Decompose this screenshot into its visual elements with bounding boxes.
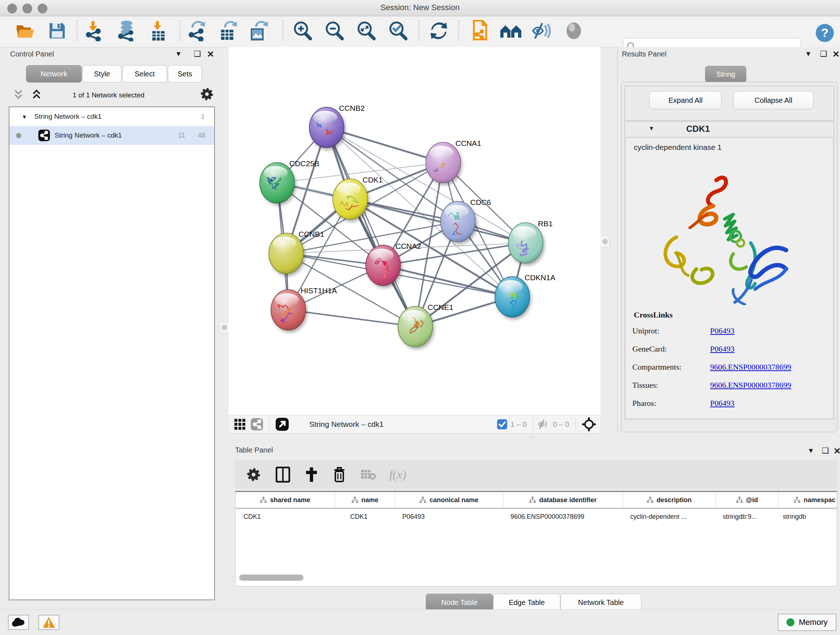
tab-node-table[interactable]: Node Table <box>426 594 493 611</box>
table-options-button[interactable] <box>244 467 264 483</box>
gear-icon <box>200 87 214 101</box>
column-header[interactable]: name <box>335 492 395 509</box>
help-icon: ? <box>815 23 835 43</box>
netbar-separator <box>576 418 576 431</box>
birds-eye-view-button[interactable] <box>275 417 289 431</box>
show-graphics-details-button[interactable] <box>562 19 585 42</box>
network-canvas[interactable]: CCNB2CCNA1CDC25BCDK1CDC6RB1CCNB1CCNA2CDK… <box>229 47 600 415</box>
column-header[interactable]: description <box>623 492 715 509</box>
eye-icon <box>564 21 584 41</box>
hide-graphics-details-button[interactable] <box>531 19 554 42</box>
cybrowser-button[interactable] <box>499 19 523 42</box>
column-label: shared name <box>270 496 310 504</box>
tab-edge-table[interactable]: Edge Table <box>493 594 561 611</box>
column-header[interactable]: canonical name <box>395 492 503 509</box>
control-panel-close-button[interactable]: ✕ <box>207 49 214 59</box>
open-session-button[interactable] <box>14 19 37 42</box>
network-list-options-button[interactable] <box>200 87 214 103</box>
export-image-button[interactable] <box>247 19 270 42</box>
import-network-button[interactable] <box>82 19 106 42</box>
control-panel-title: Control Panel <box>10 50 54 58</box>
crosslink-uniprot[interactable]: P06493 <box>710 326 734 336</box>
cloud-status-button[interactable] <box>8 615 29 630</box>
table-panel-menu-button[interactable]: ▼ <box>807 447 814 455</box>
trash-icon <box>333 466 346 483</box>
import-network-database-button[interactable] <box>115 19 138 42</box>
help-button[interactable]: ? <box>813 21 836 44</box>
network-selection-summary: 1 of 1 Network selected <box>0 91 217 99</box>
zoom-in-button[interactable] <box>291 19 314 42</box>
crosslink-tissues[interactable]: 9606.ENSP00000378699 <box>710 380 791 390</box>
svg-text:CDC6: CDC6 <box>470 198 491 206</box>
column-header[interactable]: database identifier <box>503 492 623 509</box>
collapse-all-button[interactable]: Collapse All <box>733 91 813 109</box>
crosslink-label: Pharos: <box>632 399 710 408</box>
tab-network[interactable]: Network <box>26 65 82 82</box>
column-header[interactable]: @id <box>715 492 778 509</box>
zoom-out-button[interactable] <box>323 19 346 42</box>
gene-expander-icon[interactable]: ▼ <box>649 125 654 132</box>
import-table-button[interactable] <box>147 19 170 42</box>
tab-style[interactable]: Style <box>82 65 122 82</box>
results-panel-float-button[interactable]: ❑ <box>820 49 827 59</box>
network-row-selected[interactable]: String Network – cdk1 11 48 <box>9 126 214 145</box>
svg-text:CDC25B: CDC25B <box>289 159 319 168</box>
cloud-icon <box>11 617 26 627</box>
export-network-button[interactable] <box>185 19 208 42</box>
export-image-icon <box>248 20 268 41</box>
table-toolbar: f(x) <box>234 461 837 489</box>
tab-sets[interactable]: Sets <box>168 65 202 82</box>
add-column-button[interactable] <box>302 466 321 483</box>
netbar-separator <box>533 418 534 431</box>
selected-checkbox[interactable] <box>497 419 508 430</box>
zoom-fit-button[interactable] <box>355 19 378 42</box>
toolbar-separator <box>458 21 459 41</box>
grid-view-button[interactable] <box>234 418 246 431</box>
memory-button[interactable]: Memory <box>778 614 836 631</box>
network-list: ▼ String Network – cdk1 1 String Network… <box>9 106 215 600</box>
gene-card-header[interactable]: ▼ CDK1 <box>625 122 834 137</box>
crosslink-pharos[interactable]: P06493 <box>710 399 734 408</box>
horizontal-scrollbar[interactable] <box>239 575 303 581</box>
string-view-button[interactable] <box>250 418 264 431</box>
collection-expander-icon[interactable]: ▼ <box>22 114 27 120</box>
warnings-button[interactable] <box>38 615 59 630</box>
table-row[interactable]: CDK1 CDK1 P06493 9606.ENSP00000378699 cy… <box>235 509 837 524</box>
show-columns-button[interactable] <box>273 466 292 483</box>
tab-network-table[interactable]: Network Table <box>561 594 641 611</box>
control-panel-menu-button[interactable]: ▼ <box>175 50 182 58</box>
tab-select[interactable]: Select <box>122 65 167 82</box>
right-splitter-handle[interactable] <box>600 236 610 247</box>
results-panel-close-button[interactable]: ✕ <box>832 49 840 59</box>
delete-column-button[interactable] <box>331 466 348 483</box>
table-panel-close-button[interactable]: ✕ <box>834 446 840 456</box>
network-collection-row[interactable]: ▼ String Network – cdk1 1 <box>9 107 214 126</box>
table-panel-float-button[interactable]: ❑ <box>822 446 829 455</box>
fit-selected-button[interactable] <box>582 417 596 432</box>
column-header[interactable]: shared name <box>235 492 335 509</box>
cell-shared-name: CDK1 <box>235 509 335 524</box>
memory-status-dot <box>786 618 794 626</box>
refresh-button[interactable] <box>427 19 450 42</box>
folder-open-icon <box>15 22 35 40</box>
memory-label: Memory <box>799 618 827 627</box>
zoom-selected-button[interactable] <box>386 19 409 42</box>
left-splitter-handle[interactable] <box>219 321 229 333</box>
external-arrow-icon <box>275 417 289 431</box>
network-graph[interactable]: CCNB2CCNA1CDC25BCDK1CDC6RB1CCNB1CCNA2CDK… <box>229 47 600 415</box>
svg-text:CCNA1: CCNA1 <box>455 139 481 147</box>
save-session-button[interactable] <box>46 19 69 42</box>
selected-counts: 1 – 0 <box>510 420 526 429</box>
control-panel-float-button[interactable]: ❑ <box>194 49 201 59</box>
expand-all-button[interactable]: Expand All <box>649 91 722 109</box>
tab-string[interactable]: String <box>705 66 746 82</box>
column-header[interactable]: namespac <box>778 492 837 509</box>
crosslinks-title: CrossLinks <box>634 310 833 320</box>
main-toolbar: ? <box>0 16 840 48</box>
results-panel-menu-button[interactable]: ▼ <box>805 50 812 58</box>
crosslink-genecard[interactable]: P06493 <box>710 344 734 354</box>
export-cytoscape-web-button[interactable] <box>468 19 491 42</box>
crosslink-compartments[interactable]: 9606.ENSP00000378699 <box>710 363 791 372</box>
clear-table-button[interactable] <box>358 468 378 481</box>
export-table-button[interactable] <box>216 19 240 42</box>
